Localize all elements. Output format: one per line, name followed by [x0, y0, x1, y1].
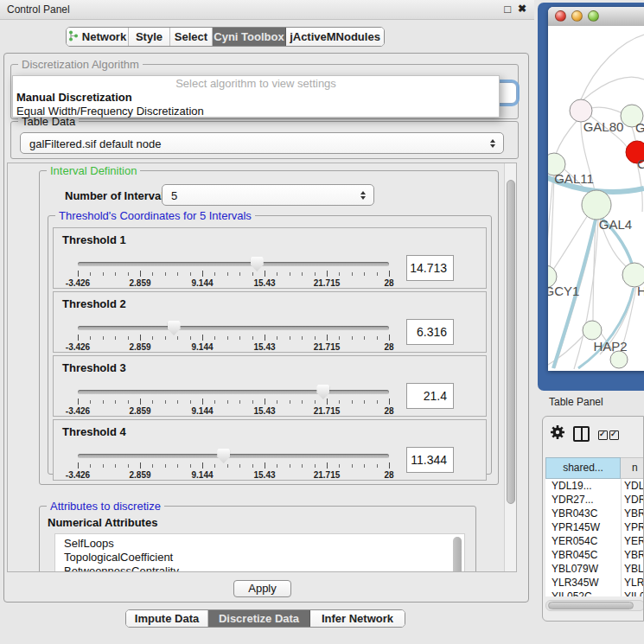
table-row[interactable]: YPR145WYPR1: [545, 520, 644, 534]
network-node[interactable]: [582, 190, 611, 220]
minor-tick: [128, 272, 129, 276]
minor-tick: [227, 336, 228, 340]
close-icon[interactable]: ✖: [518, 3, 526, 15]
threshold-1-slider[interactable]: -3.4262.8599.14415.4321.71528: [78, 258, 389, 287]
minor-tick: [352, 336, 353, 340]
tab-discretize-data[interactable]: Discretize Data: [208, 610, 310, 627]
tab-select[interactable]: Select: [170, 28, 213, 46]
tick-label: 2.859: [129, 470, 150, 480]
minor-tick: [364, 336, 365, 340]
mac-close-icon[interactable]: [555, 10, 566, 22]
list-scrollbar[interactable]: [453, 537, 462, 572]
network-view-panel[interactable]: GAL80 GAL11 GAL4 GCY1 HAP2 H G C: [538, 3, 644, 391]
minor-tick: [115, 464, 116, 468]
table-row[interactable]: YDL19...YDL1: [545, 479, 644, 493]
threshold-3-value-field[interactable]: 21.4: [406, 383, 454, 409]
column-header-shared-name[interactable]: shared...: [545, 457, 621, 479]
list-item[interactable]: SelfLoops: [55, 534, 464, 551]
tick-label: 28: [384, 406, 393, 416]
vertical-scrollbar-thumb[interactable]: [507, 180, 515, 504]
table-rows: YDL19...YDL1 YDR27...YDR2 YBR043CYBR0 YP…: [545, 479, 644, 596]
column-header-name[interactable]: n: [621, 457, 644, 479]
number-of-intervals-value: 5: [171, 188, 177, 201]
minor-tick: [214, 336, 215, 340]
minor-tick: [190, 464, 191, 468]
cell: YIL0: [624, 590, 644, 596]
popup-option-equal-width-frequency[interactable]: Equal Width/Frequency Discretization: [13, 105, 499, 118]
minor-tick: [115, 336, 116, 340]
minor-tick: [103, 272, 104, 276]
threshold-1-panel: Threshold 1 -3.4262.8599.14415.4321.7152…: [53, 227, 487, 289]
slider-thumb[interactable]: [316, 385, 329, 399]
tab-cyni-toolbox[interactable]: Cyni Toolbox: [213, 28, 286, 46]
minor-tick: [315, 336, 316, 340]
combo-stepper-icon[interactable]: [490, 139, 495, 148]
mac-zoom-icon[interactable]: [588, 10, 599, 22]
threshold-4-slider[interactable]: -3.4262.8599.14415.4321.71528: [78, 450, 389, 479]
list-item[interactable]: TopologicalCoefficient: [55, 551, 464, 564]
slider-thumb[interactable]: [251, 257, 264, 271]
tab-jactivemnodules-label: jActiveMNodules: [290, 30, 380, 43]
slider-ticks: [78, 271, 389, 277]
tab-impute-data[interactable]: Impute Data: [126, 610, 208, 627]
table-row[interactable]: YDR27...YDR2: [545, 493, 644, 507]
table-data-combobox[interactable]: galFiltered.sif default node: [20, 132, 504, 154]
checkbox-column-icon[interactable]: [598, 430, 608, 440]
minor-tick: [214, 464, 215, 468]
tab-jactivemnodules[interactable]: jActiveMNodules: [286, 28, 384, 46]
table-row[interactable]: YER054CYER0: [545, 534, 644, 548]
slider-track[interactable]: [78, 262, 389, 266]
network-node[interactable]: [610, 351, 628, 368]
slider-thumb[interactable]: [217, 449, 230, 463]
slider-thumb[interactable]: [168, 321, 181, 335]
number-of-intervals-combobox[interactable]: 5: [162, 184, 374, 206]
network-canvas[interactable]: GAL80 GAL11 GAL4 GCY1 HAP2 H G C: [548, 26, 644, 370]
list-item[interactable]: BetweennessCentrality: [55, 564, 464, 572]
network-node[interactable]: [583, 321, 602, 340]
slider-track[interactable]: [78, 390, 389, 394]
tick-label: 21.715: [314, 278, 341, 288]
cell: YBL0: [624, 562, 644, 576]
threshold-3-slider[interactable]: -3.4262.8599.14415.4321.71528: [78, 386, 389, 415]
minor-tick: [152, 336, 153, 340]
popup-option-manual-discretization[interactable]: Manual Discretization: [13, 91, 499, 105]
major-tick: [78, 335, 79, 341]
minor-tick: [315, 272, 316, 276]
mac-minimize-icon[interactable]: [571, 10, 583, 22]
gear-icon[interactable]: [550, 424, 565, 443]
tab-discretize-data-label: Discretize Data: [219, 612, 299, 625]
tab-infer-network[interactable]: Infer Network: [310, 610, 405, 627]
slider-tick-labels: -3.4262.8599.14415.4321.71528: [78, 342, 389, 353]
threshold-2-slider[interactable]: -3.4262.8599.14415.4321.71528: [78, 322, 389, 351]
minor-tick: [377, 336, 378, 340]
table-row[interactable]: YBR043CYBR0: [545, 507, 644, 520]
table-row[interactable]: YBL079WYBL0: [545, 562, 644, 576]
minor-tick: [177, 464, 178, 468]
table-row[interactable]: YIL052CYIL0: [545, 590, 644, 596]
threshold-1-value-field[interactable]: 14.713: [406, 255, 454, 281]
float-window-icon[interactable]: □: [504, 3, 511, 16]
slider-track[interactable]: [78, 454, 389, 458]
minor-tick: [190, 400, 191, 404]
apply-button[interactable]: Apply: [233, 580, 291, 597]
slider-track[interactable]: [78, 326, 389, 330]
checkbox-column-icon[interactable]: [609, 430, 619, 440]
vertical-scrollbar[interactable]: [504, 163, 516, 571]
split-table-icon[interactable]: [573, 426, 590, 442]
major-tick: [78, 462, 79, 469]
horizontal-scrollbar-thumb[interactable]: [548, 602, 634, 609]
threshold-2-value-field[interactable]: 6.316: [406, 319, 454, 345]
major-tick: [78, 271, 79, 277]
slider-tick-labels: -3.4262.8599.14415.4321.71528: [78, 278, 389, 289]
list-scrollbar-thumb[interactable]: [453, 537, 462, 572]
minor-tick: [115, 272, 116, 276]
minor-tick: [165, 464, 166, 468]
combo-stepper-icon[interactable]: [360, 191, 366, 200]
tab-network[interactable]: Network: [67, 28, 129, 46]
slider-tick-labels: -3.4262.8599.14415.4321.71528: [78, 406, 389, 417]
table-row[interactable]: YBR045CYBR0: [545, 548, 644, 562]
table-row[interactable]: YLR345WYLR3: [545, 576, 644, 590]
tab-style[interactable]: Style: [129, 28, 170, 46]
threshold-4-value-field[interactable]: 11.344: [406, 447, 454, 473]
number-of-intervals-label: Number of Intervals: [65, 189, 170, 202]
